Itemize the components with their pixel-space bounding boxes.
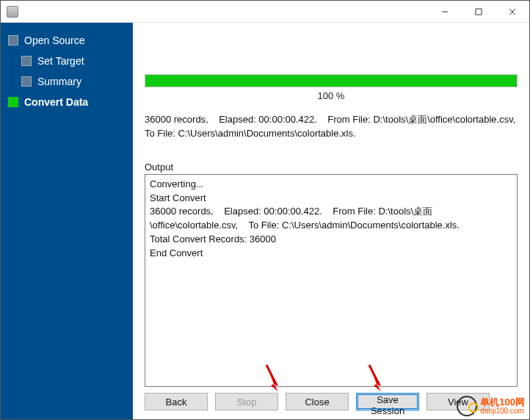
sidebar-item-label: Open Source xyxy=(24,35,85,46)
sidebar-item-set-target[interactable]: Set Target xyxy=(18,51,128,71)
progress-percent-label: 100 % xyxy=(145,90,518,101)
window-titlebar xyxy=(1,1,529,23)
app-icon xyxy=(7,6,18,18)
window-minimize-button[interactable] xyxy=(428,1,462,23)
step-marker-icon xyxy=(21,56,32,66)
back-button[interactable]: Back xyxy=(145,393,208,410)
content-panel: 100 % 36000 records, Elapsed: 00:00:00.4… xyxy=(133,23,529,419)
step-marker-icon xyxy=(21,76,32,87)
save-session-button[interactable]: Save Session xyxy=(356,393,419,410)
sidebar-item-label: Set Target xyxy=(37,55,84,67)
output-log-textarea[interactable]: Converting... Start Convert 36000 record… xyxy=(145,174,518,387)
window-maximize-button[interactable] xyxy=(462,1,495,23)
sidebar-item-label: Convert Data xyxy=(24,96,88,108)
step-marker-icon xyxy=(8,35,18,46)
view-button[interactable]: View xyxy=(426,393,490,410)
progress-bar xyxy=(145,74,518,87)
wizard-button-row: Back Stop Close Save Session View xyxy=(145,393,518,412)
output-section-label: Output xyxy=(145,162,518,173)
step-marker-icon xyxy=(8,97,18,107)
sidebar-item-open-source[interactable]: Open Source xyxy=(5,30,128,51)
close-button[interactable]: Close xyxy=(286,393,349,410)
stop-button: Stop xyxy=(215,393,278,410)
sidebar-item-convert-data[interactable]: Convert Data xyxy=(5,92,128,112)
wizard-sidebar: Open Source Set Target Summary Convert D… xyxy=(1,23,133,419)
conversion-summary-text: 36000 records, Elapsed: 00:00:00.422. Fr… xyxy=(145,113,518,141)
sidebar-item-summary[interactable]: Summary xyxy=(18,71,128,92)
sidebar-item-label: Summary xyxy=(37,76,81,87)
svg-rect-1 xyxy=(476,9,482,15)
window-close-button[interactable] xyxy=(495,1,529,23)
